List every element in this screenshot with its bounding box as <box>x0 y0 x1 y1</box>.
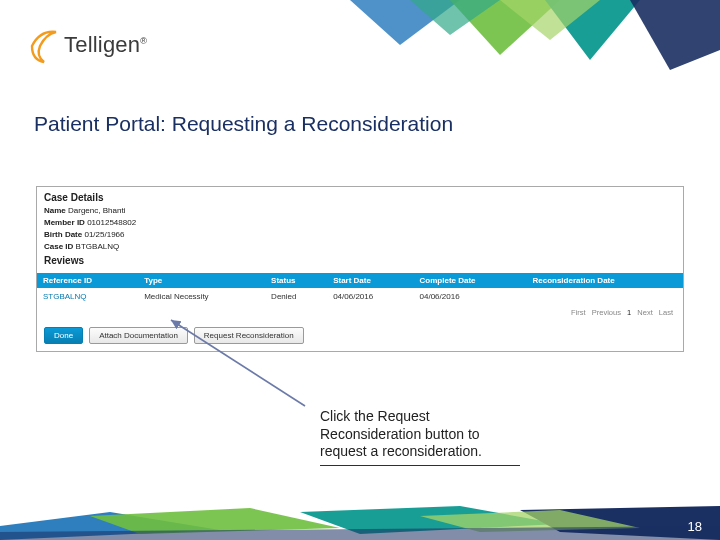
memberid-label: Member ID <box>44 218 85 227</box>
caseid-value: BTGBALNQ <box>76 242 120 251</box>
col-reference-id[interactable]: Reference ID <box>37 273 138 288</box>
top-decoration <box>300 0 720 90</box>
cell-reference-id[interactable]: STGBALNQ <box>37 288 138 305</box>
pager: First Previous 1 Next Last <box>37 305 683 322</box>
instruction-underline <box>320 465 520 466</box>
col-start-date[interactable]: Start Date <box>327 273 413 288</box>
table-row: STGBALNQ Medical Necessity Denied 04/06/… <box>37 288 683 305</box>
pager-first[interactable]: First <box>571 308 586 317</box>
col-complete-date[interactable]: Complete Date <box>414 273 527 288</box>
cell-type: Medical Necessity <box>138 288 265 305</box>
col-status[interactable]: Status <box>265 273 327 288</box>
reviews-table: Reference ID Type Status Start Date Comp… <box>37 273 683 305</box>
action-bar: Done Attach Documentation Request Recons… <box>37 322 683 351</box>
registered-mark: ® <box>140 36 147 46</box>
col-type[interactable]: Type <box>138 273 265 288</box>
svg-marker-3 <box>630 0 720 70</box>
done-button[interactable]: Done <box>44 327 83 344</box>
cell-complete-date: 04/06/2016 <box>414 288 527 305</box>
col-reconsideration-date[interactable]: Reconsideration Date <box>526 273 683 288</box>
case-details-panel: Case Details Name Dargenc, Bhanti Member… <box>36 186 684 352</box>
case-details-heading: Case Details <box>44 192 676 203</box>
birthdate-label: Birth Date <box>44 230 82 239</box>
memberid-value: 01012548802 <box>87 218 136 227</box>
caseid-label: Case ID <box>44 242 73 251</box>
pager-current: 1 <box>627 308 631 317</box>
svg-line-6 <box>171 320 305 406</box>
brand-name: Telligen <box>64 32 140 57</box>
cell-reconsideration-date <box>526 288 683 305</box>
pager-next[interactable]: Next <box>637 308 652 317</box>
brand-logo: Telligen® <box>30 26 147 64</box>
name-value: Dargenc, Bhanti <box>68 206 125 215</box>
instruction-text: Click the Request Reconsideration button… <box>320 408 530 466</box>
name-label: Name <box>44 206 66 215</box>
pager-prev[interactable]: Previous <box>592 308 621 317</box>
page-number: 18 <box>688 519 702 534</box>
cell-status: Denied <box>265 288 327 305</box>
bottom-decoration <box>0 506 720 540</box>
birthdate-value: 01/25/1966 <box>84 230 124 239</box>
pager-last[interactable]: Last <box>659 308 673 317</box>
cell-start-date: 04/06/2016 <box>327 288 413 305</box>
annotation-arrow-icon <box>155 314 325 414</box>
page-title: Patient Portal: Requesting a Reconsidera… <box>34 112 453 136</box>
reviews-heading: Reviews <box>44 255 676 266</box>
swoosh-icon <box>30 26 60 64</box>
